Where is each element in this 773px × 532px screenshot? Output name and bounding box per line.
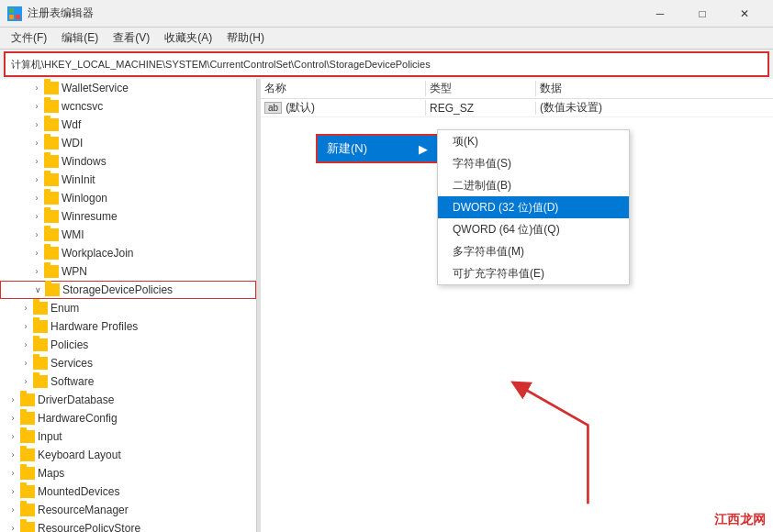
tree-label: Enum bbox=[50, 302, 79, 315]
folder-icon bbox=[44, 228, 59, 241]
tree-item-resourcepolicystore[interactable]: › ResourcePolicyStore bbox=[0, 519, 256, 532]
address-bar[interactable]: 计算机\HKEY_LOCAL_MACHINE\SYSTEM\CurrentCon… bbox=[4, 51, 769, 77]
tree-item-wpn[interactable]: › WPN bbox=[0, 262, 256, 281]
table-header: 名称 类型 数据 bbox=[261, 79, 773, 99]
submenu-item-expandstring[interactable]: 可扩充字符串值(E) bbox=[438, 262, 629, 284]
new-button-container: 新建(N) ▶ bbox=[316, 134, 439, 163]
right-panel: 名称 类型 数据 ab(默认) REG_SZ (数值未设置) 新建(N) ▶ 项… bbox=[261, 79, 773, 532]
table-row[interactable]: ab(默认) REG_SZ (数值未设置) bbox=[261, 99, 773, 117]
folder-icon bbox=[44, 210, 59, 223]
tree-label: Winresume bbox=[62, 210, 118, 223]
folder-icon bbox=[20, 485, 35, 498]
tree-label: ResourcePolicyStore bbox=[38, 522, 140, 532]
tree-label: WalletService bbox=[62, 82, 129, 94]
maximize-button[interactable]: □ bbox=[681, 0, 723, 28]
tree-item-hardwareconfig[interactable]: › HardwareConfig bbox=[0, 409, 256, 427]
expand-icon: › bbox=[29, 264, 44, 279]
tree-item-wcncsvc[interactable]: › wcncsvc bbox=[0, 97, 256, 116]
tree-item-policies[interactable]: › Policies bbox=[0, 336, 256, 354]
title-bar: 注册表编辑器 ─ □ ✕ bbox=[0, 0, 773, 28]
col-header-data: 数据 bbox=[536, 81, 773, 96]
tree-item-enum[interactable]: › Enum bbox=[0, 299, 256, 317]
main-content: › WalletService › wcncsvc › Wdf › WDI › bbox=[0, 79, 773, 532]
expand-icon: › bbox=[6, 521, 20, 532]
minimize-button[interactable]: ─ bbox=[639, 0, 681, 28]
ab-badge: ab bbox=[264, 102, 282, 114]
submenu-item-qword[interactable]: QWORD (64 位)值(Q) bbox=[438, 218, 629, 240]
tree-label: WDI bbox=[62, 137, 83, 150]
tree-item-mounteddevices[interactable]: › MountedDevices bbox=[0, 482, 256, 501]
expand-icon: › bbox=[29, 246, 44, 260]
tree-item-windows[interactable]: › Windows bbox=[0, 152, 256, 171]
tree-item-services[interactable]: › Services bbox=[0, 354, 256, 372]
app-icon bbox=[7, 6, 22, 21]
tree-item-wdi[interactable]: › WDI bbox=[0, 134, 256, 152]
tree-label: WPN bbox=[62, 265, 87, 278]
tree-item-software[interactable]: › Software bbox=[0, 372, 256, 391]
folder-icon bbox=[44, 82, 59, 94]
expand-icon: › bbox=[29, 117, 44, 132]
expand-icon: › bbox=[29, 191, 44, 205]
cell-name: ab(默认) bbox=[261, 100, 426, 116]
expand-icon: › bbox=[6, 503, 20, 517]
tree-item-keyboardlayout[interactable]: › Keyboard Layout bbox=[0, 446, 256, 464]
svg-rect-2 bbox=[9, 15, 14, 19]
menu-edit[interactable]: 编辑(E) bbox=[54, 28, 106, 48]
new-button-border: 新建(N) ▶ bbox=[316, 134, 439, 163]
expand-icon: › bbox=[18, 338, 33, 352]
expand-icon: › bbox=[29, 209, 44, 224]
tree-item-walletservice[interactable]: › WalletService bbox=[0, 79, 256, 97]
tree-label: HardwareConfig bbox=[38, 412, 118, 425]
submenu-item-xiang[interactable]: 项(K) bbox=[438, 130, 629, 152]
folder-icon bbox=[20, 467, 35, 480]
tree-label: Software bbox=[50, 375, 94, 388]
menu-file[interactable]: 文件(F) bbox=[4, 28, 54, 48]
tree-item-wdf[interactable]: › Wdf bbox=[0, 116, 256, 134]
tree-label: MountedDevices bbox=[38, 485, 119, 498]
folder-icon bbox=[44, 100, 59, 113]
folder-icon bbox=[33, 357, 48, 370]
tree-label: Windows bbox=[62, 155, 106, 168]
menu-view[interactable]: 查看(V) bbox=[106, 28, 157, 48]
close-button[interactable]: ✕ bbox=[723, 0, 766, 28]
tree-item-wmi[interactable]: › WMI bbox=[0, 226, 256, 244]
tree-item-input[interactable]: › Input bbox=[0, 427, 256, 446]
tree-item-winresume[interactable]: › Winresume bbox=[0, 207, 256, 226]
tree-item-workplacejoin[interactable]: › WorkplaceJoin bbox=[0, 244, 256, 262]
tree-scroll[interactable]: › WalletService › wcncsvc › Wdf › WDI › bbox=[0, 79, 256, 532]
folder-icon bbox=[44, 137, 59, 150]
folder-icon bbox=[44, 265, 59, 278]
expand-icon: › bbox=[18, 374, 33, 389]
folder-icon bbox=[20, 412, 35, 425]
expand-icon: › bbox=[6, 448, 20, 462]
tree-item-winlogon[interactable]: › Winlogon bbox=[0, 189, 256, 207]
folder-icon bbox=[33, 320, 48, 333]
tree-label: Wdf bbox=[62, 118, 81, 131]
expand-icon: › bbox=[6, 429, 20, 444]
folder-icon bbox=[44, 192, 59, 205]
new-button-label: 新建(N) bbox=[327, 140, 367, 157]
folder-icon bbox=[20, 504, 35, 516]
svg-rect-1 bbox=[16, 8, 20, 13]
new-button[interactable]: 新建(N) ▶ bbox=[318, 136, 437, 161]
tree-item-storagedevicepolicies[interactable]: ∨ StorageDevicePolicies bbox=[0, 281, 256, 299]
watermark: 江西龙网 bbox=[714, 512, 766, 528]
menu-favorites[interactable]: 收藏夹(A) bbox=[157, 28, 219, 48]
folder-icon bbox=[33, 338, 48, 351]
folder-icon bbox=[20, 449, 35, 461]
context-submenu: 项(K) 字符串值(S) 二进制值(B) DWORD (32 位)值(D) QW… bbox=[437, 129, 630, 285]
menu-help[interactable]: 帮助(H) bbox=[219, 28, 272, 48]
tree-item-hardwareprofiles[interactable]: › Hardware Profiles bbox=[0, 317, 256, 336]
expand-icon: › bbox=[6, 466, 20, 481]
submenu-item-dword[interactable]: DWORD (32 位)值(D) bbox=[438, 196, 629, 218]
submenu-item-string[interactable]: 字符串值(S) bbox=[438, 152, 629, 174]
col-header-name: 名称 bbox=[261, 81, 426, 96]
tree-item-resourcemanager[interactable]: › ResourceManager bbox=[0, 501, 256, 519]
tree-item-driverdatabase[interactable]: › DriverDatabase bbox=[0, 391, 256, 409]
expand-icon: › bbox=[29, 227, 44, 242]
cell-data: (数值未设置) bbox=[536, 100, 773, 116]
tree-item-maps[interactable]: › Maps bbox=[0, 464, 256, 482]
tree-item-wininit[interactable]: › WinInit bbox=[0, 171, 256, 189]
submenu-item-multistring[interactable]: 多字符串值(M) bbox=[438, 240, 629, 262]
submenu-item-binary[interactable]: 二进制值(B) bbox=[438, 174, 629, 196]
